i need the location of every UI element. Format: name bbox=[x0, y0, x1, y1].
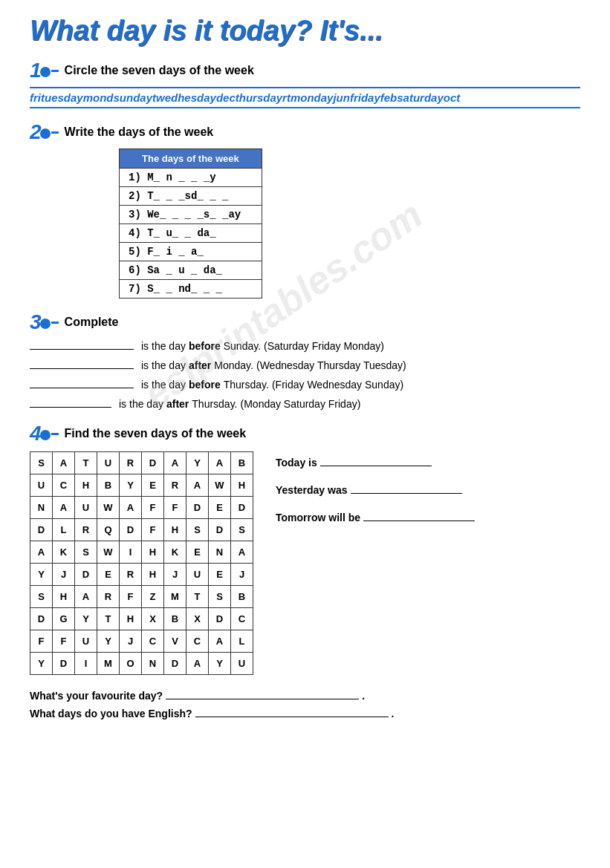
word-search-cell: A bbox=[30, 541, 53, 564]
word-search-cell: X bbox=[142, 608, 164, 630]
word-search-cell: E bbox=[209, 564, 231, 586]
word-search-cell: F bbox=[164, 497, 186, 519]
word-search-cell: I bbox=[75, 653, 97, 675]
period2: . bbox=[392, 708, 395, 719]
complete-rest: Monday. bbox=[214, 359, 253, 371]
complete-bold: after bbox=[189, 359, 211, 371]
word-search-cell: V bbox=[164, 630, 186, 653]
word-search-cell: D bbox=[30, 519, 53, 541]
bottom-questions: What's your favourite day? . What days d… bbox=[30, 690, 580, 719]
bottom-q1-label: What's your favourite day? bbox=[30, 690, 163, 702]
word-search-cell: D bbox=[75, 564, 97, 586]
section-4-dash bbox=[51, 433, 59, 435]
section-3: 3 Complete is the day before Sunday. (Sa… bbox=[30, 312, 580, 410]
word-search-row: FFUYJCVCAL bbox=[30, 630, 253, 653]
complete-bold: after bbox=[166, 398, 189, 410]
table-row: 4) T_ u_ _ da_ bbox=[120, 224, 262, 243]
complete-rows-container: is the day before Sunday. (Saturday Frid… bbox=[30, 340, 580, 410]
word-search-cell: S bbox=[30, 452, 53, 474]
bottom-q1-line bbox=[166, 699, 359, 699]
word-search-cell: C bbox=[142, 630, 164, 653]
word-search-cell: A bbox=[120, 497, 142, 519]
word-search-cell: J bbox=[120, 630, 142, 653]
word-search-cell: U bbox=[97, 452, 120, 474]
word-search-cell: D bbox=[30, 608, 53, 630]
complete-options: (Saturday Friday Monday) bbox=[264, 340, 384, 352]
days-table: The days of the week 1) M_ n _ _ _y2) T_… bbox=[119, 149, 262, 298]
word-search-cell: C bbox=[186, 630, 209, 653]
word-search-cell: D bbox=[164, 653, 186, 675]
bottom-q2-line bbox=[195, 717, 389, 717]
word-search-cell: H bbox=[231, 474, 253, 497]
complete-blank bbox=[30, 388, 134, 388]
complete-blank bbox=[30, 407, 111, 408]
today-line bbox=[320, 466, 432, 466]
complete-blank bbox=[30, 368, 134, 369]
yesterday-label: Yesterday was bbox=[276, 479, 348, 502]
section-3-num-container: 3 bbox=[30, 312, 59, 333]
word-search-cell: Y bbox=[209, 653, 231, 675]
word-search-cell: A bbox=[53, 452, 75, 474]
word-search-cell: S bbox=[186, 519, 209, 541]
word-search-cell: Y bbox=[120, 474, 142, 497]
table-row: 1) M_ n _ _ _y bbox=[120, 169, 262, 187]
word-search-cell: T bbox=[75, 452, 97, 474]
word-search-cell: D bbox=[186, 497, 209, 519]
complete-rest: Thursday. bbox=[224, 379, 269, 391]
word-search-cell: W bbox=[97, 541, 120, 564]
complete-text: is the day bbox=[141, 340, 186, 352]
word-search-cell: S bbox=[75, 541, 97, 564]
complete-row: is the day before Thursday. (Friday Wedn… bbox=[30, 379, 580, 391]
section-3-label: Complete bbox=[65, 316, 119, 329]
table-row: 6) Sa _ u _ da_ bbox=[120, 261, 262, 280]
word-search-cell: S bbox=[231, 519, 253, 541]
word-search-cell: S bbox=[30, 586, 53, 608]
complete-text: is the day bbox=[141, 379, 186, 391]
section-1-num-container: 1 bbox=[30, 60, 59, 81]
complete-blank bbox=[30, 349, 134, 350]
section-3-dash bbox=[51, 322, 59, 324]
word-search-cell: N bbox=[30, 497, 53, 519]
word-scramble: frituesdaymondsundaytwedhesdaydecthursda… bbox=[30, 87, 580, 108]
word-search-cell: A bbox=[186, 474, 209, 497]
word-search-cell: Z bbox=[142, 586, 164, 608]
tomorrow-line bbox=[363, 521, 475, 521]
word-search-cell: J bbox=[231, 564, 253, 586]
section-1: 1 Circle the seven days of the week frit… bbox=[30, 60, 580, 108]
word-search-cell: W bbox=[97, 497, 120, 519]
word-search-cell: B bbox=[164, 608, 186, 630]
word-search-cell: H bbox=[142, 564, 164, 586]
word-search-cell: M bbox=[97, 653, 120, 675]
complete-options: (Friday Wednesday Sunday) bbox=[272, 379, 403, 391]
word-search-cell: B bbox=[231, 452, 253, 474]
word-search-row: DLRQDFHSDS bbox=[30, 519, 253, 541]
bottom-q2-label: What days do you have English? bbox=[30, 708, 192, 719]
word-search-cell: F bbox=[142, 519, 164, 541]
complete-options: (Monday Saturday Friday) bbox=[241, 398, 361, 410]
word-search-row: SATURDAYAB bbox=[30, 452, 253, 474]
word-search-cell: H bbox=[164, 519, 186, 541]
word-search-cell: A bbox=[53, 497, 75, 519]
section-1-label: Circle the seven days of the week bbox=[65, 64, 254, 77]
section-2-dash bbox=[51, 131, 59, 134]
section-4: 4 Find the seven days of the week SATURD… bbox=[30, 423, 580, 675]
word-search-cell: A bbox=[186, 653, 209, 675]
today-label: Today is bbox=[276, 451, 317, 474]
tomorrow-label: Tomorrow will be bbox=[276, 506, 360, 529]
section-4-num-container: 4 bbox=[30, 423, 59, 444]
complete-row: is the day after Monday. (Wednesday Thur… bbox=[30, 359, 580, 371]
word-search-row: UCHBYERAWH bbox=[30, 474, 253, 497]
complete-text: is the day bbox=[119, 398, 163, 410]
word-search-row: YJDERHJUEJ bbox=[30, 564, 253, 586]
word-search-cell: D bbox=[209, 608, 231, 630]
complete-bold: before bbox=[189, 340, 221, 352]
word-search-cell: R bbox=[164, 474, 186, 497]
word-search-cell: C bbox=[53, 474, 75, 497]
word-search-cell: Y bbox=[186, 452, 209, 474]
section-4-dot bbox=[40, 430, 51, 440]
word-search-cell: T bbox=[186, 586, 209, 608]
word-search-cell: S bbox=[209, 586, 231, 608]
period1: . bbox=[362, 690, 365, 702]
word-search-cell: B bbox=[97, 474, 120, 497]
word-search-cell: H bbox=[142, 541, 164, 564]
